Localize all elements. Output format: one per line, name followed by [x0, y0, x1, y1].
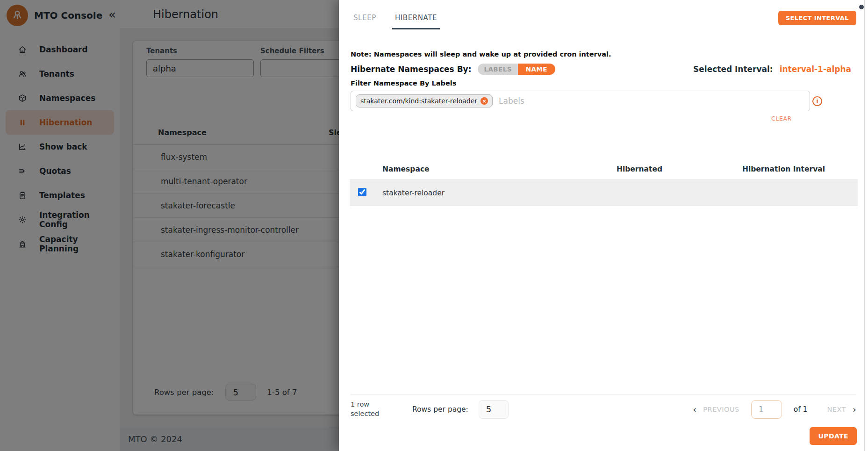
- drawer-edge-divider: [864, 0, 865, 451]
- row-checkbox[interactable]: [358, 188, 366, 196]
- column-header-hibernated: Hibernated: [569, 165, 710, 173]
- page-count-label: of 1: [794, 405, 808, 414]
- label-chip: stakater.com/kind:stakater-reloader ×: [356, 94, 493, 107]
- toggle-name-button[interactable]: NAME: [518, 64, 555, 75]
- selected-interval-value: interval-1-alpha: [780, 64, 851, 74]
- drawer-table-header: Namespace Hibernated Hibernation Interva…: [350, 159, 858, 179]
- drawer-footer: 1 row selected Rows per page: 5 ‹ PREVIO…: [351, 394, 856, 424]
- labels-input[interactable]: stakater.com/kind:stakater-reloader × La…: [351, 91, 810, 111]
- hibernate-drawer: SLEEP HIBERNATE SELECT INTERVAL Note: Na…: [339, 0, 868, 451]
- drawer-table: Namespace Hibernated Hibernation Interva…: [350, 159, 858, 206]
- note-text: Note: Namespaces will sleep and wake up …: [351, 50, 611, 58]
- chevron-left-icon[interactable]: ‹: [693, 405, 696, 414]
- filter-by-labels-label: Filter Namespace By Labels: [351, 79, 456, 87]
- tab-sleep[interactable]: SLEEP: [351, 9, 379, 29]
- toggle-labels-button[interactable]: LABELS: [478, 64, 517, 75]
- label-chip-text: stakater.com/kind:stakater-reloader: [360, 97, 477, 105]
- selected-interval-label: Selected Interval:: [693, 64, 773, 74]
- update-button[interactable]: UPDATE: [810, 427, 857, 445]
- rows-per-page-select[interactable]: 5: [479, 400, 509, 419]
- info-icon[interactable]: i: [812, 96, 822, 106]
- column-header-namespace: Namespace: [382, 165, 569, 173]
- column-header-hibernation-interval: Hibernation Interval: [710, 165, 858, 173]
- chip-remove-icon[interactable]: ×: [481, 97, 488, 105]
- drawer-tabs: SLEEP HIBERNATE: [351, 9, 440, 29]
- chevron-right-icon[interactable]: ›: [853, 405, 856, 414]
- hibernate-by-label: Hibernate Namespaces By:: [351, 64, 471, 74]
- drawer-table-row[interactable]: stakater-reloader: [350, 179, 858, 206]
- recording-dot-icon: [859, 5, 864, 9]
- page-number-input[interactable]: [751, 400, 782, 419]
- next-button[interactable]: NEXT: [827, 406, 846, 413]
- hibernate-by-row: Hibernate Namespaces By: LABELS NAME: [351, 64, 555, 75]
- rows-per-page-label: Rows per page:: [412, 405, 468, 414]
- previous-button[interactable]: PREVIOUS: [703, 406, 739, 413]
- labels-placeholder: Labels: [499, 96, 524, 106]
- tab-hibernate[interactable]: HIBERNATE: [392, 9, 440, 29]
- selected-interval-row: Selected Interval: interval-1-alpha: [693, 64, 851, 74]
- app-frame: MTO Console « Dashboard Tenants Namespac…: [0, 0, 868, 451]
- select-interval-button[interactable]: SELECT INTERVAL: [778, 11, 856, 25]
- pagination-controls: ‹ PREVIOUS of 1 NEXT ›: [693, 400, 856, 419]
- clear-button[interactable]: CLEAR: [771, 115, 792, 122]
- selection-count: 1 row selected: [351, 400, 383, 418]
- row-namespace: stakater-reloader: [382, 189, 569, 197]
- hibernate-by-toggle: LABELS NAME: [478, 64, 555, 75]
